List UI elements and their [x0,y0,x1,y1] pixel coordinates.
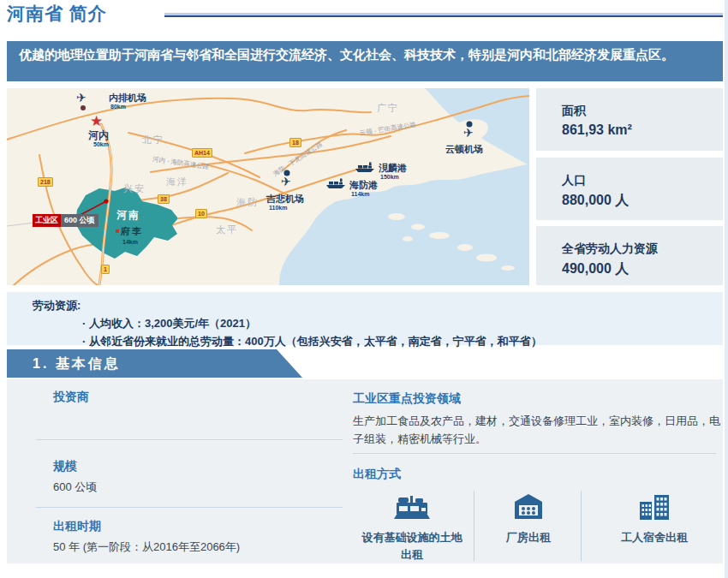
labor-bullet-workforce: · 从邻近省份来就业的总劳动量：400万人（包括兴安省，太平省，南定省，宁平省，… [82,334,723,349]
map-label-noibai-airport: 内排机场 [109,92,146,104]
map-distance-haiphong-port: 114km [351,191,369,197]
airplane-icon: ✈ [76,92,87,104]
airplane-icon: ✈ [463,127,474,139]
road-badge-218: 218 [38,177,53,187]
map-label-lachhuyen-port: 涀麟港 [379,162,407,175]
lease-item-label: 厂房出租 [506,529,551,546]
map-label-vandon-airport: 云顿机场 [445,143,483,156]
airplane-icon: ✈ [281,176,291,188]
divider [36,439,343,440]
stat-card-labor-force: 全省劳动人力资源 490,000 人 [536,226,723,285]
map-region-quangninh: 广宁 [377,102,399,115]
capital-star-icon: ★ [90,112,103,130]
title-underline [164,13,723,17]
map-region-haiduong: 海洋 [166,176,188,188]
labor-resources-block: 劳动资源: · 人均收入：3,200美元/年（2021） · 从邻近省份来就业的… [7,292,723,345]
map-label-haiphong-port: 海防港 [349,179,378,192]
slide-page: 河南省 简介 优越的地理位置助于河南省与邻省和全国进行交流经济、文化社会、科技技… [0,0,728,578]
lease-item-label: 工人宿舍出租 [621,529,688,546]
stat-value: 490,000 人 [562,260,723,278]
warehouse-icon [513,492,544,521]
map-region-bacninh: 北宁 [142,134,164,146]
road-badge-10: 10 [195,209,207,218]
location-map: ✈ ✈ ✈ ★ 内排机场 80km 河内 50km 吉悲机场 110km 云顿机… [7,88,529,285]
stat-label: 全省劳动人力资源 [562,241,723,257]
map-distance-lachhuyen: 150km [380,174,399,180]
road-badge-1: 1 [101,265,110,274]
intro-banner: 优越的地理位置助于河南省与邻省和全国进行交流经济、文化社会、科技技术，特别是河内… [7,41,723,81]
stat-card-population: 人口 880,000 人 [536,158,723,220]
section-header-basic-info: 1. 基本信息 [7,349,302,378]
map-province-city: 府李 [121,225,143,238]
stat-label: 人口 [562,173,723,188]
map-region-thaibinh: 太平 [216,223,238,236]
map-region-haiphong: 海防 [236,196,259,209]
lease-methods-title: 出租方式 [353,467,401,482]
row-investor: 投资商 [53,390,89,410]
page-edge-stripe [725,0,728,578]
road-badge-ah14: AH14 [192,148,212,158]
row-label: 规模 [53,459,97,474]
map-distance-noibai: 80km [110,104,126,110]
stat-label: 面积 [562,104,723,119]
row-label: 出租时期 [53,519,240,534]
map-distance-hanoi: 50km [93,141,109,147]
investment-fields-text: 生产加工食品及农产品，建材，交通设备修理工业，室内装修，日用品，电子组装，精密机… [353,412,721,449]
map-province-name: 河南 [116,208,140,223]
basic-info-panel: 投资商 规模 600 公顷 出租时期 50 年 (第一阶段：从2016年至206… [7,379,723,563]
investment-fields-title: 工业区重点投资领域 [353,391,461,407]
divider [36,507,343,508]
labor-title: 劳动资源: [33,298,723,313]
page-title: 河南省 简介 [7,2,107,26]
row-scale: 规模 600 公顷 [53,459,97,495]
industrial-zone-size: 600 公顷 [61,214,98,227]
lease-item-land: 设有基础设施的土地出租 [353,492,471,563]
map-province-distance: 14km [122,239,138,245]
map-distance-catbi: 110km [269,205,287,211]
factory-land-icon [392,492,432,521]
labor-bullet-income: · 人均收入：3,200美元/年（2021） [82,316,723,331]
row-value: 50 年 (第一阶段：从2016年至2066年) [53,539,240,555]
row-label: 投资商 [53,390,89,405]
road-badge-38: 38 [158,194,170,204]
stat-value: 880,000 人 [562,192,723,210]
divider [353,453,716,454]
lease-item-label: 设有基础设施的土地出租 [358,529,466,563]
lease-item-factory: 厂房出租 [474,492,582,546]
map-base [7,88,529,285]
row-value: 600 公顷 [53,480,97,495]
lease-item-dormitory: 工人宿舍出租 [586,492,723,546]
stat-value: 861,93 km² [562,122,723,138]
row-lease-period: 出租时期 50 年 (第一阶段：从2016年至2066年) [53,519,240,555]
stat-card-area: 面积 861,93 km² [536,88,723,151]
industrial-zone-tag: 工业区 600 公顷 [33,214,98,227]
divider [581,491,582,561]
industrial-zone-label: 工业区 [33,214,61,227]
map-label-catbi-airport: 吉悲机场 [266,193,304,206]
dormitory-icon [637,492,671,521]
road-badge-18: 18 [289,138,301,147]
map-region-hungyen: 兴安 [123,182,146,195]
